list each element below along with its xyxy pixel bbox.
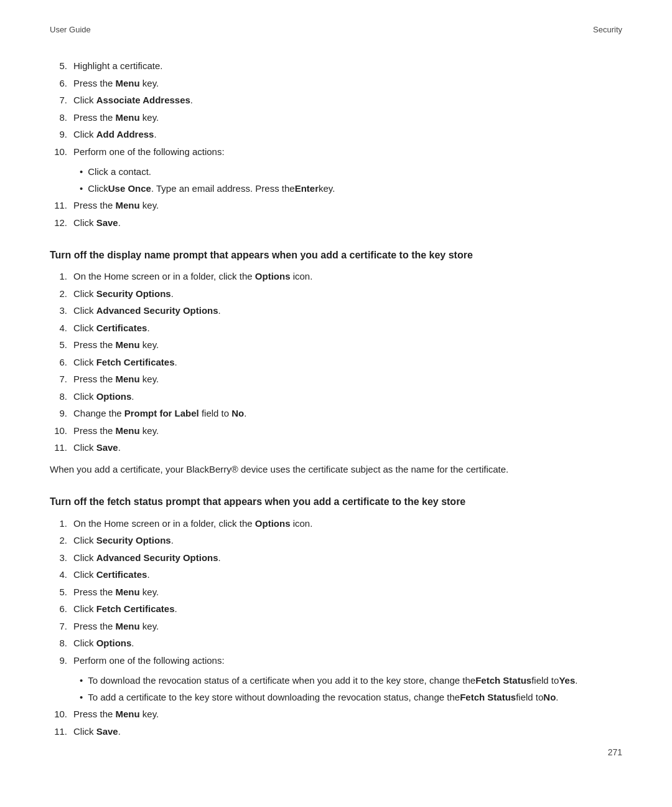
list-item: 11.Press the Menu key. <box>50 199 622 213</box>
list-item: 9.Change the Prompt for Label field to N… <box>50 407 622 421</box>
list-item-number: 6. <box>50 602 73 616</box>
list-item-number: 4. <box>50 568 73 582</box>
list-item-number: 4. <box>50 321 73 336</box>
section2-list: 1.On the Home screen or in a folder, cli… <box>50 517 622 668</box>
list-item-text: Click Save. <box>73 441 622 455</box>
list-item-text: Click Fetch Certificates. <box>73 602 622 616</box>
list-item: 2.Click Security Options. <box>50 534 622 548</box>
list-item-text: Press the Menu key. <box>73 338 622 352</box>
list-item-text: Click Advanced Security Options. <box>73 551 622 565</box>
list-item: 6.Click Fetch Certificates. <box>50 356 622 370</box>
list-item-number: 7. <box>50 620 73 634</box>
list-item-text: Press the Menu key. <box>73 77 622 91</box>
header-right: Security <box>593 25 622 34</box>
list-item: 8.Click Options. <box>50 390 622 404</box>
list-item-number: 3. <box>50 551 73 565</box>
list-item-number: 10. <box>50 145 73 159</box>
list-item: 10.Perform one of the following actions: <box>50 145 622 159</box>
list-item-text: Click Save. <box>73 216 622 230</box>
list-item-number: 8. <box>50 390 73 404</box>
list-item: 6.Click Fetch Certificates. <box>50 602 622 616</box>
list-item-text: Click Associate Addresses. <box>73 93 622 108</box>
list-item: 7.Press the Menu key. <box>50 620 622 634</box>
bullet-item: Click a contact. <box>50 165 622 179</box>
list-item: 4.Click Certificates. <box>50 321 622 336</box>
list-item: 10.Press the Menu key. <box>50 707 622 722</box>
list-item-number: 5. <box>50 585 73 600</box>
list-item: 2.Click Security Options. <box>50 287 622 301</box>
list-item: 7.Click Associate Addresses. <box>50 93 622 108</box>
list-item-number: 7. <box>50 93 73 108</box>
list-item-number: 8. <box>50 636 73 651</box>
list-item: 7.Press the Menu key. <box>50 372 622 387</box>
list-item-text: Click Options. <box>73 390 622 404</box>
list-item-text: Press the Menu key. <box>73 424 622 438</box>
list-item: 8.Click Options. <box>50 636 622 651</box>
list-item-text: Click Options. <box>73 636 622 651</box>
list-item-number: 11. <box>50 441 73 455</box>
list-item: 11.Click Save. <box>50 725 622 739</box>
section1-list: 1.On the Home screen or in a folder, cli… <box>50 270 622 455</box>
list-item-number: 3. <box>50 304 73 318</box>
list-item-text: Change the Prompt for Label field to No. <box>73 407 622 421</box>
list-item-text: Click Security Options. <box>73 287 622 301</box>
list-item-text: Perform one of the following actions: <box>73 145 622 159</box>
list-item-number: 2. <box>50 287 73 301</box>
list-item-number: 10. <box>50 707 73 722</box>
list-item-text: Click Certificates. <box>73 321 622 336</box>
list-item-text: Click Save. <box>73 725 622 739</box>
list-item-number: 9. <box>50 407 73 421</box>
bullet-item: To add a certificate to the key store wi… <box>50 691 622 705</box>
bullet-item: To download the revocation status of a c… <box>50 674 622 688</box>
list-item: 9.Click Add Address. <box>50 128 622 142</box>
list-item: 11.Click Save. <box>50 441 622 455</box>
list-item-number: 2. <box>50 534 73 548</box>
list-item-text: Press the Menu key. <box>73 585 622 600</box>
list-item-text: Press the Menu key. <box>73 620 622 634</box>
section1-note: When you add a certificate, your BlackBe… <box>50 463 622 477</box>
list-item-number: 9. <box>50 654 73 668</box>
list-item: 6.Press the Menu key. <box>50 77 622 91</box>
list-item-number: 10. <box>50 424 73 438</box>
list-item-text: Click Advanced Security Options. <box>73 304 622 318</box>
intro-list-2: 11.Press the Menu key.12.Click Save. <box>50 199 622 230</box>
list-item-text: Click Certificates. <box>73 568 622 582</box>
list-item-text: Perform one of the following actions: <box>73 654 622 668</box>
list-item-number: 12. <box>50 216 73 230</box>
list-item-number: 1. <box>50 270 73 284</box>
main-content: 5.Highlight a certificate.6.Press the Me… <box>50 59 622 739</box>
list-item-number: 8. <box>50 111 73 125</box>
list-item-number: 11. <box>50 725 73 739</box>
list-item: 3.Click Advanced Security Options. <box>50 551 622 565</box>
list-item-text: Press the Menu key. <box>73 707 622 722</box>
list-item: 4.Click Certificates. <box>50 568 622 582</box>
list-item-text: Highlight a certificate. <box>73 59 622 73</box>
list-item-number: 9. <box>50 128 73 142</box>
list-item-number: 6. <box>50 77 73 91</box>
list-item: 5.Highlight a certificate. <box>50 59 622 73</box>
intro-list: 5.Highlight a certificate.6.Press the Me… <box>50 59 622 159</box>
list-item-text: Click Fetch Certificates. <box>73 356 622 370</box>
list-item: 9.Perform one of the following actions: <box>50 654 622 668</box>
section1-heading: Turn off the display name prompt that ap… <box>50 248 622 262</box>
list-item-number: 7. <box>50 372 73 387</box>
list-item: 5.Press the Menu key. <box>50 338 622 352</box>
header-left: User Guide <box>50 25 91 34</box>
list-item-number: 5. <box>50 338 73 352</box>
page-number: 271 <box>608 747 622 757</box>
list-item-text: Click Add Address. <box>73 128 622 142</box>
section2-heading: Turn off the fetch status prompt that ap… <box>50 495 622 509</box>
intro-bullets: Click a contact.Click Use Once. Type an … <box>50 165 622 196</box>
list-item-text: Press the Menu key. <box>73 111 622 125</box>
page-header: User Guide Security <box>50 25 622 34</box>
list-item: 8.Press the Menu key. <box>50 111 622 125</box>
list-item: 12.Click Save. <box>50 216 622 230</box>
list-item: 3.Click Advanced Security Options. <box>50 304 622 318</box>
list-item-number: 6. <box>50 356 73 370</box>
list-item: 10.Press the Menu key. <box>50 424 622 438</box>
list-item-number: 5. <box>50 59 73 73</box>
list-item: 1.On the Home screen or in a folder, cli… <box>50 270 622 284</box>
list-item-text: On the Home screen or in a folder, click… <box>73 270 622 284</box>
list-item: 5.Press the Menu key. <box>50 585 622 600</box>
list-item: 1.On the Home screen or in a folder, cli… <box>50 517 622 531</box>
